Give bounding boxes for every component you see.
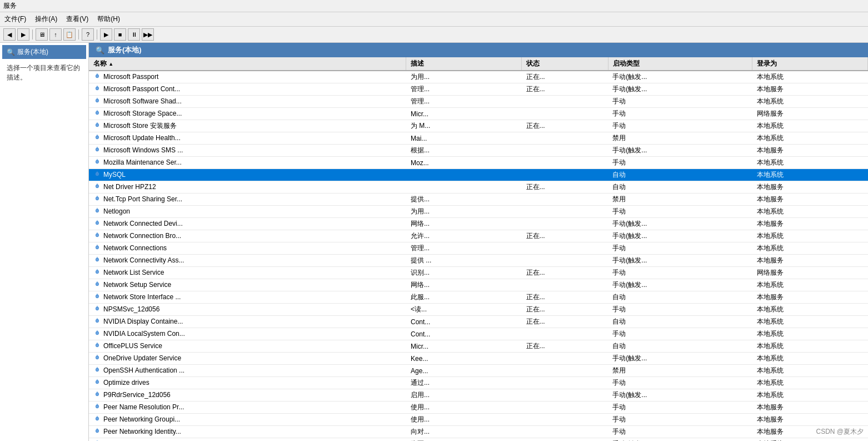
service-icon	[93, 341, 101, 351]
table-row[interactable]: Network Store Interface ...此服...正在...自动本…	[89, 291, 868, 304]
service-name-cell: MySQL	[89, 169, 406, 181]
col-header-desc[interactable]: 描述	[406, 57, 522, 71]
properties-button[interactable]: 📋	[63, 28, 76, 41]
table-row[interactable]: OneDrive Updater ServiceKee...手动(触发...本地…	[89, 353, 868, 365]
col-header-logon[interactable]: 登录为	[752, 57, 868, 71]
show-console-button[interactable]: 🖥	[36, 28, 48, 41]
service-name-text: OpenSSH Authentication ...	[103, 366, 184, 374]
table-row[interactable]: NVIDIA Display Containe...Cont...正在...自动…	[89, 316, 868, 328]
col-header-startup[interactable]: 启动类型	[608, 57, 752, 71]
col-header-name[interactable]: 名称 ▲	[89, 57, 406, 71]
table-row[interactable]: OfficePLUS ServiceMicr...正在...自动本地系统	[89, 340, 868, 353]
menu-bar: 文件(F) 操作(A) 查看(V) 帮助(H)	[0, 12, 868, 27]
menu-file[interactable]: 文件(F)	[2, 13, 28, 25]
table-row[interactable]: OpenSSH Authentication ...Age...禁用本地系统	[89, 365, 868, 377]
pause-service-button[interactable]: ⏸	[128, 28, 140, 41]
watermark: CSDN @夏木夕	[816, 427, 864, 437]
service-icon	[93, 268, 101, 278]
table-row[interactable]: Network Connection Bro...允许...正在...手动(触发…	[89, 230, 868, 242]
table-row[interactable]: Net Driver HPZ12正在...自动本地服务	[89, 181, 868, 194]
table-row[interactable]: Network Connected Devi...网络...手动(触发...本地…	[89, 218, 868, 230]
services-table-container[interactable]: 名称 ▲ 描述 状态 启动类型 登录为 Microsoft Passport为用…	[89, 57, 868, 441]
service-name-cell: Microsoft Update Health...	[89, 132, 406, 145]
col-header-status[interactable]: 状态	[522, 57, 608, 71]
table-row[interactable]: NPSMSvc_12d056<读...正在...手动本地系统	[89, 304, 868, 316]
sort-arrow-name: ▲	[108, 61, 113, 67]
service-icon	[93, 121, 101, 131]
table-row[interactable]: Microsoft Update Health...Mai...禁用本地系统	[89, 132, 868, 145]
service-status-cell: 正在...	[522, 120, 608, 132]
table-row[interactable]: Peer Name Resolution Pr...使用...手动本地服务	[89, 402, 868, 414]
table-row[interactable]: Microsoft Store 安装服务为 M...正在...手动本地系统	[89, 120, 868, 132]
service-startup-cell: 手动	[608, 267, 752, 279]
service-status-cell: 正在...	[522, 230, 608, 242]
service-name-cell: OneDrive Updater Service	[89, 353, 406, 365]
service-name-text: Network Store Interface ...	[103, 293, 181, 301]
table-row[interactable]: NVIDIA LocalSystem Con...Cont...手动本地系统	[89, 328, 868, 340]
start-service-button[interactable]: ▶	[100, 28, 112, 41]
menu-view[interactable]: 查看(V)	[64, 13, 91, 25]
table-row[interactable]: MySQL自动本地系统	[89, 169, 868, 181]
service-desc-cell: 为 M...	[406, 120, 522, 132]
table-row[interactable]: Optimize drives通过...手动本地系统	[89, 377, 868, 389]
table-row[interactable]: Net.Tcp Port Sharing Ser...提供...禁用本地服务	[89, 194, 868, 206]
table-row[interactable]: Peer Networking Identity...向对...手动本地服务	[89, 426, 868, 438]
up-button[interactable]: ↑	[49, 28, 62, 41]
gear-icon	[93, 170, 101, 178]
table-row[interactable]: Microsoft Passport Cont...管理...正在...手动(触…	[89, 83, 868, 96]
service-name-text: Net.Tcp Port Sharing Ser...	[103, 195, 182, 203]
gear-icon	[93, 97, 101, 105]
service-icon	[93, 293, 101, 302]
service-name-cell: Optimize drives	[89, 377, 406, 389]
service-startup-cell: 手动(触发...	[608, 389, 752, 402]
service-name-cell: OfficePLUS Service	[89, 340, 406, 353]
service-status-cell: 正在...	[522, 267, 608, 279]
table-row[interactable]: Network Setup Service网络...手动(触发...本地系统	[89, 279, 868, 291]
gear-icon	[93, 158, 101, 166]
help-button[interactable]: ?	[82, 28, 94, 41]
service-startup-cell: 手动	[608, 377, 752, 389]
back-button[interactable]: ◀	[3, 28, 16, 41]
table-row[interactable]: Network Connections管理...手动本地系统	[89, 242, 868, 255]
forward-button[interactable]: ▶	[17, 28, 29, 41]
service-name-text: Microsoft Passport Cont...	[103, 85, 180, 93]
service-startup-cell: 手动	[608, 206, 752, 218]
service-status-cell: 正在...	[522, 71, 608, 83]
service-name-text: P9RdrService_12d056	[103, 391, 171, 399]
table-row[interactable]: Network List Service识别...正在...手动网络服务	[89, 267, 868, 279]
service-icon	[93, 207, 101, 216]
service-desc-cell: Kee...	[406, 353, 522, 365]
table-row[interactable]: Microsoft Windows SMS ...根据...手动(触发...本地…	[89, 145, 868, 157]
service-status-cell	[522, 279, 608, 291]
service-startup-cell: 手动	[608, 304, 752, 316]
table-row[interactable]: Mozilla Maintenance Ser...Moz...手动本地系统	[89, 157, 868, 169]
menu-help[interactable]: 帮助(H)	[95, 13, 122, 25]
service-name-text: Mozilla Maintenance Ser...	[103, 158, 182, 166]
table-row[interactable]: Microsoft Storage Space...Micr...手动网络服务	[89, 108, 868, 120]
sidebar-header: 🔍 服务(本地)	[2, 45, 86, 59]
service-desc-cell: Micr...	[406, 340, 522, 353]
menu-action[interactable]: 操作(A)	[33, 13, 59, 25]
table-row[interactable]: Network Connectivity Ass...提供 ...手动(触发..…	[89, 255, 868, 267]
gear-icon	[93, 403, 101, 410]
gear-icon	[93, 390, 101, 398]
service-name-text: Microsoft Windows SMS ...	[103, 146, 183, 154]
service-startup-cell: 手动(触发...	[608, 438, 752, 441]
stop-service-button[interactable]: ■	[114, 28, 126, 41]
service-icon	[93, 378, 101, 388]
service-startup-cell: 手动(触发...	[608, 279, 752, 291]
gear-icon	[93, 329, 101, 337]
table-row[interactable]: Netlogon为用...手动本地系统	[89, 206, 868, 218]
service-logon-cell: 本地系统	[752, 242, 868, 255]
service-startup-cell: 禁用	[608, 132, 752, 145]
table-row[interactable]: PenService_12d056为写...手动(触发...本地系统	[89, 438, 868, 441]
table-row[interactable]: Microsoft Passport为用...正在...手动(触发...本地系统	[89, 71, 868, 83]
table-row[interactable]: P9RdrService_12d056启用...手动(触发...本地系统	[89, 389, 868, 402]
content-area: 🔍 服务(本地) 名称 ▲ 描述 状态 启动类型 登录为 Microsoft P…	[89, 43, 868, 441]
service-icon	[93, 231, 101, 241]
resume-service-button[interactable]: ▶▶	[142, 28, 154, 41]
table-row[interactable]: Microsoft Software Shad...管理...手动本地系统	[89, 96, 868, 108]
service-logon-cell: 本地系统	[752, 304, 868, 316]
gear-icon	[93, 146, 101, 153]
table-row[interactable]: Peer Networking Groupi...使用...手动本地服务	[89, 414, 868, 426]
